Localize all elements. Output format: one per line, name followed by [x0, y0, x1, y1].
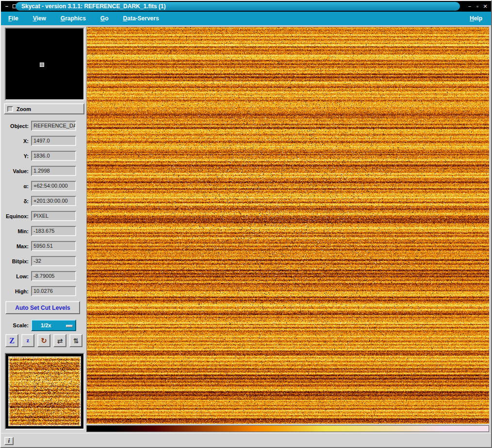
rotate-button[interactable]: ↻ — [37, 334, 50, 347]
min-label: Min: — [1, 228, 31, 234]
info-row: δ: +201:30:00.00 — [1, 193, 86, 208]
value-label: Value: — [1, 168, 31, 174]
flip-x-icon: ⇄ — [57, 337, 63, 345]
zoom-target-square — [40, 63, 44, 67]
y-field[interactable]: 1836.0 — [31, 151, 76, 161]
info-row: Bitpix: -32 — [1, 254, 86, 269]
auto-set-cut-levels-button[interactable]: Auto Set Cut Levels — [5, 301, 80, 314]
info-row: α: +62:54:00.000 — [1, 178, 86, 193]
zoom-in-button[interactable]: Z — [5, 334, 18, 347]
minimize-icon[interactable]: − — [466, 1, 474, 12]
equinox-label: Equinox: — [1, 213, 31, 219]
y-label: Y: — [1, 153, 31, 159]
ra-label: α: — [1, 183, 31, 189]
title-capsule: Skycat - version 3.1.1: REFERENCE_DARK_1… — [16, 2, 460, 11]
menu-graphics[interactable]: Graphics — [53, 15, 93, 22]
low-label: Low: — [1, 273, 31, 279]
equinox-field[interactable]: PIXEL — [31, 211, 76, 221]
window-menu-icon[interactable]: − — [3, 1, 11, 12]
zoom-checkbox-label: Zoom — [16, 106, 31, 112]
zoom-checkbox[interactable] — [7, 106, 13, 112]
info-row: Low: -8.79005 — [1, 269, 86, 284]
flip-y-icon: ⇅ — [73, 337, 79, 345]
scale-value: 1/2x — [41, 322, 51, 328]
close-icon[interactable]: ✕ — [481, 1, 489, 12]
zoom-out-icon: z — [27, 337, 29, 344]
pan-image[interactable] — [9, 357, 81, 426]
info-row: Equinox: PIXEL — [1, 208, 86, 224]
x-label: X: — [1, 138, 31, 144]
min-field[interactable]: -183.675 — [31, 226, 76, 236]
tools-row: Z z ↻ ⇄ ⇅ — [1, 334, 86, 348]
object-field[interactable]: REFERENCE_DARK_1 — [31, 121, 76, 131]
info-row: X: 1497.0 — [1, 133, 86, 148]
pan-window[interactable] — [5, 353, 84, 430]
colorbar[interactable] — [86, 425, 489, 432]
left-panel: Zoom Object: REFERENCE_DARK_1 X: 1497.0 … — [1, 25, 86, 433]
object-label: Object: — [1, 123, 31, 129]
zoom-view — [5, 28, 84, 100]
image-area[interactable] — [86, 27, 489, 424]
x-field[interactable]: 1497.0 — [31, 136, 76, 146]
max-field[interactable]: 5950.51 — [31, 241, 76, 251]
zoom-out-button[interactable]: z — [21, 334, 34, 347]
info-row: Object: REFERENCE_DARK_1 — [1, 118, 86, 133]
info-row: Value: 1.2998 — [1, 163, 86, 178]
flip-x-button[interactable]: ⇄ — [53, 334, 66, 347]
info-button[interactable]: i — [4, 437, 14, 445]
flip-y-button[interactable]: ⇅ — [69, 334, 82, 347]
scale-row: Scale: 1/2x — [1, 319, 86, 332]
value-field[interactable]: 1.2998 — [31, 166, 76, 176]
window-title: Skycat - version 3.1.1: REFERENCE_DARK_1… — [21, 3, 165, 10]
scale-dropdown[interactable]: 1/2x — [31, 320, 76, 331]
info-row: Min: -183.675 — [1, 224, 86, 239]
maximize-icon[interactable]: ▫ — [474, 1, 481, 12]
dec-field[interactable]: +201:30:00.00 — [31, 196, 76, 206]
ra-field[interactable]: +62:54:00.000 — [31, 181, 76, 191]
scale-label: Scale: — [1, 322, 31, 328]
bitpix-label: Bitpix: — [1, 258, 31, 264]
high-label: High: — [1, 288, 31, 294]
low-field[interactable]: -8.79005 — [31, 271, 76, 281]
menu-go[interactable]: Go — [93, 15, 116, 22]
rotate-icon: ↻ — [41, 336, 47, 345]
info-row: Y: 1836.0 — [1, 148, 86, 163]
menu-bar: File View Graphics Go Data-Servers Help — [1, 12, 491, 25]
zoom-toggle-row: Zoom — [4, 103, 84, 114]
bitpix-field[interactable]: -32 — [31, 256, 76, 266]
title-bar: − Skycat - version 3.1.1: REFERENCE_DARK… — [1, 1, 491, 12]
info-panel: Object: REFERENCE_DARK_1 X: 1497.0 Y: 18… — [1, 118, 86, 299]
info-row: Max: 5950.51 — [1, 239, 86, 254]
menu-file[interactable]: File — [1, 15, 26, 22]
menu-data-servers[interactable]: Data-Servers — [116, 15, 166, 22]
status-bar: i — [1, 433, 491, 447]
max-label: Max: — [1, 243, 31, 249]
dec-label: δ: — [1, 198, 31, 204]
menu-view[interactable]: View — [26, 15, 53, 22]
fits-image[interactable] — [87, 27, 489, 424]
info-row: High: 10.0276 — [1, 284, 86, 299]
high-field[interactable]: 10.0276 — [31, 286, 76, 296]
zoom-in-icon: Z — [9, 336, 15, 345]
option-menu-indicator — [66, 325, 73, 327]
menu-help[interactable]: Help — [461, 15, 491, 22]
